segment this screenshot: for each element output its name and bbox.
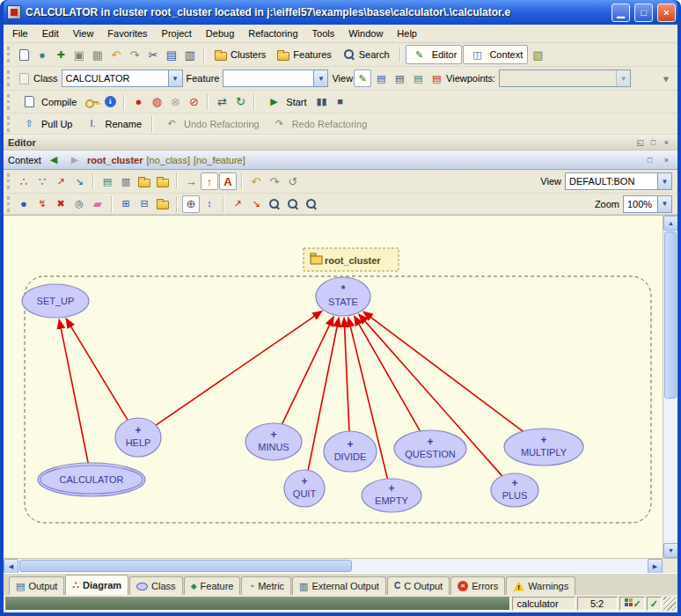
tab-metric[interactable]: ◔Metric <box>241 576 291 595</box>
eraser-icon[interactable]: ▰ <box>89 195 106 213</box>
panel-maximize-icon[interactable]: □ <box>647 136 660 149</box>
tab-feature[interactable]: ◆Feature <box>184 576 241 595</box>
menu-favorites[interactable]: Favorites <box>100 26 154 41</box>
context-maximize-icon[interactable]: □ <box>643 154 656 166</box>
update-icon[interactable]: ↻ <box>231 93 249 111</box>
search-button[interactable]: Search <box>338 45 395 64</box>
pull-up-button[interactable]: ⇧ Pull Up <box>15 114 77 134</box>
tab-class[interactable]: Class <box>129 576 183 595</box>
class-tool-icon[interactable] <box>15 70 33 87</box>
class-node-help[interactable]: +HELP <box>115 418 161 457</box>
class-combobox[interactable]: CALCULATOR ▼ <box>62 70 183 87</box>
minimize-button[interactable]: ▁ <box>611 4 630 22</box>
menu-edit[interactable]: Edit <box>35 26 66 41</box>
scroll-up-button[interactable]: ▲ <box>663 216 677 231</box>
horizontal-scroll-thumb[interactable] <box>19 560 352 572</box>
supplier-link-icon[interactable]: ↗ <box>229 195 246 213</box>
pause-icon[interactable]: ▮▮ <box>313 93 331 111</box>
save-icon[interactable]: ▣ <box>70 46 88 63</box>
diagram-area[interactable]: root_clusterSET_UP*STATE+HELPCALCULATOR+… <box>4 216 663 558</box>
feature-combobox[interactable]: ▼ <box>223 70 328 87</box>
context-close-icon[interactable]: × <box>660 154 673 166</box>
class-node-empty[interactable]: +EMPTY <box>362 479 421 512</box>
menu-help[interactable]: Help <box>390 26 424 41</box>
undo-refactoring-button[interactable]: ↶ Undo Refactoring <box>157 114 265 134</box>
vertical-scroll-thumb[interactable] <box>664 231 677 399</box>
class-node-state[interactable]: *STATE <box>316 277 370 316</box>
bon-view-icon[interactable]: ● <box>15 195 33 213</box>
view-contract-icon[interactable]: ▤ <box>409 70 427 87</box>
diagram-redo-icon[interactable]: ↷ <box>266 172 283 190</box>
scroll-right-button[interactable]: ▶ <box>648 559 663 574</box>
delete-item-icon[interactable]: ✖ <box>52 195 70 213</box>
redo-refactoring-button[interactable]: ↷ Redo Refactoring <box>266 114 373 134</box>
class-node-quit[interactable]: +QUIT <box>284 470 325 507</box>
c-compile-finalized-icon[interactable]: ◍ <box>148 93 165 111</box>
zoom-value[interactable]: 100% <box>624 196 657 212</box>
tab-warnings[interactable]: !Warnings <box>506 576 575 595</box>
start-button[interactable]: ▶ Start <box>260 92 311 112</box>
class-node-divide[interactable]: +DIVIDE <box>324 431 377 472</box>
inheritance-edge-question-state[interactable] <box>355 316 421 431</box>
force-layout-icon[interactable]: ↯ <box>33 195 51 213</box>
diagram-view-value[interactable]: DEFAULT:BON <box>566 173 657 189</box>
tab-coutput[interactable]: CC Output <box>387 576 450 595</box>
tab-external[interactable]: ▥External Output <box>292 576 386 595</box>
go-to-target-icon[interactable]: → <box>182 172 200 190</box>
inheritance-edge-calculator-set_up[interactable] <box>59 319 89 466</box>
menu-debug[interactable]: Debug <box>199 26 241 41</box>
features-button[interactable]: Features <box>272 45 336 64</box>
paste-icon[interactable]: ▥ <box>181 46 199 63</box>
add-class-icon[interactable]: ✚ <box>52 46 70 63</box>
class-node-minus[interactable]: +MINUS <box>245 423 302 460</box>
inheritance-mode-icon[interactable]: ↑ <box>201 172 218 190</box>
save-all-icon[interactable]: ▦ <box>89 46 106 63</box>
diagram-view-arrow[interactable]: ▼ <box>657 173 671 189</box>
resize-grip[interactable] <box>663 597 676 611</box>
menu-file[interactable]: File <box>5 26 35 41</box>
center-on-target-icon[interactable]: ⊕ <box>182 195 200 213</box>
viewpoints-combobox[interactable]: ▼ <box>499 70 631 87</box>
class-node-question[interactable]: +QUESTION <box>394 430 466 467</box>
inheritance-edge-help-state[interactable] <box>156 311 322 425</box>
context-back-icon[interactable]: ◀ <box>45 151 62 169</box>
class-node-set_up[interactable]: SET_UP <box>22 284 89 318</box>
context-button[interactable]: ◫ Context <box>463 45 528 64</box>
client-links-icon[interactable]: ↘ <box>70 172 88 190</box>
compile-button[interactable]: Compile <box>15 92 82 112</box>
editor-button[interactable]: ✎ Editor <box>406 45 463 64</box>
class-node-multiply[interactable]: +MULTIPLY <box>504 429 583 466</box>
cut-icon[interactable]: ✂ <box>144 46 162 63</box>
vertical-scrollbar[interactable]: ▲ ▼ <box>663 216 677 558</box>
undo-icon[interactable]: ↶ <box>107 46 125 63</box>
menu-window[interactable]: Window <box>341 26 390 41</box>
class-links-icon[interactable]: ∴ <box>15 172 33 190</box>
tab-diagram[interactable]: ∴Diagram <box>65 575 128 595</box>
scroll-down-button[interactable]: ▼ <box>663 543 677 558</box>
toolbar-grip[interactable] <box>7 196 11 212</box>
maximize-button[interactable]: □ <box>634 4 653 22</box>
tab-output[interactable]: ▤Output <box>9 576 64 595</box>
diagram-history-icon[interactable]: ↺ <box>284 172 302 190</box>
relayout-icon[interactable]: ⊟ <box>135 195 153 213</box>
feature-combobox-value[interactable] <box>223 70 313 86</box>
inheritance-edge-help-set_up[interactable] <box>66 319 128 421</box>
tab-errors[interactable]: ×Errors <box>450 576 505 595</box>
zoom-fit-icon[interactable] <box>284 195 302 213</box>
open-file-icon[interactable]: ● <box>33 46 51 63</box>
toolbar-grip[interactable] <box>7 70 11 86</box>
cluster-legend-icon[interactable] <box>154 195 172 213</box>
freeze-icon[interactable]: ⊘ <box>185 93 202 111</box>
sort-depth-icon[interactable]: ↕ <box>201 195 218 213</box>
fit-to-screen-icon[interactable]: ⊞ <box>117 195 135 213</box>
zoom-out-icon[interactable] <box>303 195 320 213</box>
new-cluster-icon[interactable] <box>135 172 153 190</box>
snapshot-icon[interactable]: ▤ <box>99 172 116 190</box>
horizontal-scroll-track[interactable] <box>18 559 648 573</box>
diagram-canvas[interactable]: root_clusterSET_UP*STATE+HELPCALCULATOR+… <box>4 216 663 558</box>
stop-icon[interactable]: ■ <box>332 93 349 111</box>
diagram-undo-icon[interactable]: ↶ <box>247 172 265 190</box>
panel-close-icon[interactable]: × <box>660 136 673 149</box>
view-editor-icon[interactable]: ✎ <box>354 70 371 87</box>
class-node-calculator[interactable]: CALCULATOR <box>38 463 145 496</box>
